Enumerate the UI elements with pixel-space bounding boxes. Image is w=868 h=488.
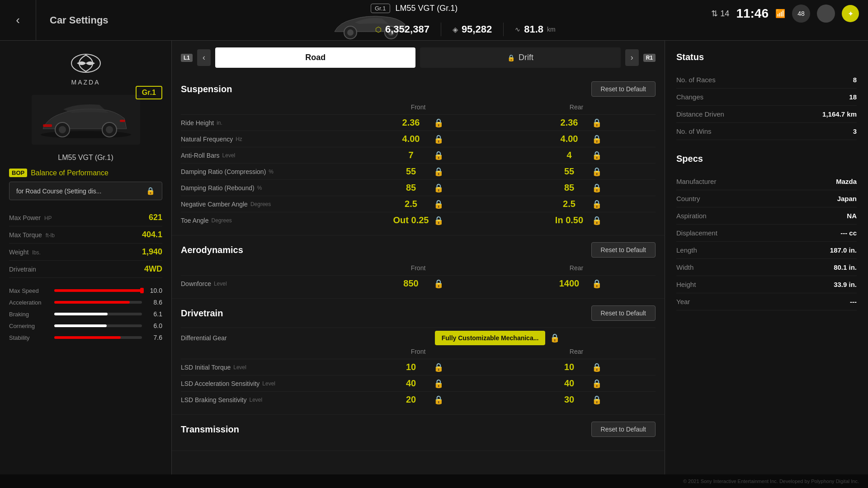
bop-info-text: for Road Course (Setting dis... (16, 188, 101, 195)
table-row: Damping Ratio (Rebound) % 85 🔒 85 🔒 (181, 179, 656, 196)
lsd-braking-rear-value: 30 (551, 394, 587, 405)
ride-height-rear-cell: 2.36 🔒 (497, 117, 656, 128)
camber-rear-lock[interactable]: 🔒 (592, 199, 602, 209)
weight-value: 1,940 (142, 247, 162, 257)
drivetrain-reset-button[interactable]: Reset to Default (591, 305, 656, 321)
aerodynamics-reset-button[interactable]: Reset to Default (591, 242, 656, 258)
lsd-init-rear-value: 10 (551, 362, 587, 372)
toe-rear-lock[interactable]: 🔒 (592, 216, 602, 225)
tab-next-button[interactable]: › (625, 49, 639, 66)
toe-rear-cell: In 0.50 🔒 (497, 215, 656, 225)
transmission-title: Transmission (181, 424, 239, 435)
wins-value: 3 (853, 127, 857, 135)
back-button[interactable]: ‹ (0, 0, 36, 41)
damping-comp-rear-lock[interactable]: 🔒 (592, 167, 602, 177)
displacement-row: Displacement --- cc (676, 225, 857, 242)
table-row: LSD Braking Sensitivity Level 20 🔒 30 🔒 (181, 391, 656, 408)
table-row: Toe Angle Degrees Out 0.25 🔒 In 0.50 🔒 (181, 212, 656, 228)
max-power-row: Max Power HP 621 (9, 209, 162, 226)
tab-road-button[interactable]: Road (215, 47, 415, 68)
brand-name: mazda (71, 79, 100, 86)
damping-reb-front-value: 85 (393, 183, 429, 193)
distance-driven-row: Distance Driven 1,164.7 km (676, 106, 857, 123)
lsd-init-rear-lock[interactable]: 🔒 (592, 362, 602, 372)
lsd-accel-front-cell: 40 🔒 (339, 378, 497, 389)
ride-height-rear-lock[interactable]: 🔒 (592, 118, 602, 128)
lsd-init-rear-cell: 10 🔒 (497, 362, 656, 372)
mileage-value: 95,282 (462, 23, 492, 35)
transmission-reset-button[interactable]: Reset to Default (591, 422, 656, 437)
max-torque-unit: ft-lb (46, 232, 55, 239)
width-value: 80.1 in. (834, 263, 857, 271)
tabs-row: L1 ‹ Road 🔒 Drift › R1 (172, 41, 665, 75)
drift-lock-icon: 🔒 (507, 54, 515, 61)
lsd-init-front-lock[interactable]: 🔒 (434, 362, 443, 372)
natural-freq-rear-lock[interactable]: 🔒 (592, 134, 602, 144)
max-torque-row: Max Torque ft-lb 404.1 (9, 226, 162, 244)
table-row: Anti-Roll Bars Level 7 🔒 4 🔒 (181, 147, 656, 163)
anti-roll-front-lock[interactable]: 🔒 (434, 150, 443, 160)
lsd-init-front-cell: 10 🔒 (339, 362, 497, 372)
drivetrain-label: Drivetrain (9, 266, 36, 273)
tab-drift-button[interactable]: 🔒 Drift (420, 47, 620, 68)
suspension-reset-button[interactable]: Reset to Default (591, 81, 656, 97)
manufacturer-row: Manufacturer Mazda (676, 173, 857, 190)
natural-freq-rear-value: 4.00 (551, 134, 587, 144)
performance-section: Max Speed 10.0 Acceleration 8.6 Braking … (9, 287, 162, 341)
bop-tag: BOP (9, 169, 27, 177)
perf-label-stability: Stability (9, 334, 50, 341)
toe-front-lock[interactable]: 🔒 (434, 216, 443, 225)
lsd-accel-rear-lock[interactable]: 🔒 (592, 379, 602, 389)
diff-gear-lock[interactable]: 🔒 (550, 333, 560, 343)
suspension-table: Front Rear Ride Height in. 2.36 🔒 2.36 🔒… (181, 103, 656, 228)
svg-point-6 (41, 131, 131, 138)
no-races-label: No. of Races (676, 76, 716, 84)
downforce-rear-lock[interactable]: 🔒 (592, 279, 602, 289)
damping-comp-rear-value: 55 (551, 166, 587, 177)
anti-roll-rear-value: 4 (551, 150, 587, 160)
brand-logo-area: mazda (9, 50, 162, 86)
perf-row-acceleration: Acceleration 8.6 (9, 299, 162, 306)
ride-height-front-lock[interactable]: 🔒 (434, 118, 443, 128)
suspension-header: Suspension Reset to Default (181, 81, 656, 97)
tab-prev-button[interactable]: ‹ (197, 49, 211, 66)
aerodynamics-section: Aerodynamics Reset to Default Front Rear… (172, 235, 665, 299)
manufacturer-value: Mazda (836, 178, 857, 185)
credits-stat: ⬡ 6,352,387 (375, 23, 429, 35)
diff-gear-value: Fully Customizable Mechanica... (435, 331, 546, 345)
downforce-front-cell: 850 🔒 (339, 278, 497, 289)
camber-label: Negative Camber Angle Degrees (181, 201, 339, 208)
mileage-icon: ◈ (453, 25, 458, 34)
suspension-section: Suspension Reset to Default Front Rear R… (172, 75, 665, 235)
svg-point-3 (347, 29, 354, 36)
perf-label-cornering: Cornering (9, 323, 50, 329)
svg-point-9 (59, 126, 66, 133)
damping-comp-front-lock[interactable]: 🔒 (434, 167, 443, 177)
natural-freq-front-cell: 4.00 🔒 (339, 134, 497, 144)
perf-fill-stability (54, 336, 121, 339)
dt-col-front: Front (339, 348, 497, 355)
drivetrain-table: Differential Gear Fully Customizable Mec… (181, 328, 656, 408)
ps-button[interactable]: ✦ (842, 5, 859, 22)
changes-row: Changes 18 (676, 89, 857, 106)
lsd-braking-front-cell: 20 🔒 (339, 394, 497, 405)
anti-roll-rear-lock[interactable]: 🔒 (592, 150, 602, 160)
lsd-braking-rear-lock[interactable]: 🔒 (592, 395, 602, 405)
distance-driven-value: 1,164.7 km (822, 110, 857, 118)
perf-fill-acceleration (54, 301, 130, 304)
perf-val-stability: 7.6 (146, 334, 162, 341)
weight-row: Weight lbs. 1,940 (9, 244, 162, 261)
lsd-accel-front-lock[interactable]: 🔒 (434, 379, 443, 389)
svg-rect-11 (43, 124, 52, 127)
aspiration-row: Aspiration NA (676, 207, 857, 225)
damping-reb-rear-lock[interactable]: 🔒 (592, 183, 602, 193)
downforce-front-lock[interactable]: 🔒 (434, 279, 443, 289)
mileage-stat: ◈ 95,282 (453, 23, 492, 35)
lsd-braking-front-lock[interactable]: 🔒 (434, 395, 443, 405)
natural-freq-front-lock[interactable]: 🔒 (434, 134, 443, 144)
ride-height-label: Ride Height in. (181, 119, 339, 127)
damping-reb-front-lock[interactable]: 🔒 (434, 183, 443, 193)
lsd-accel-front-value: 40 (393, 378, 429, 389)
displacement-label: Displacement (676, 229, 717, 237)
camber-front-lock[interactable]: 🔒 (434, 199, 443, 209)
